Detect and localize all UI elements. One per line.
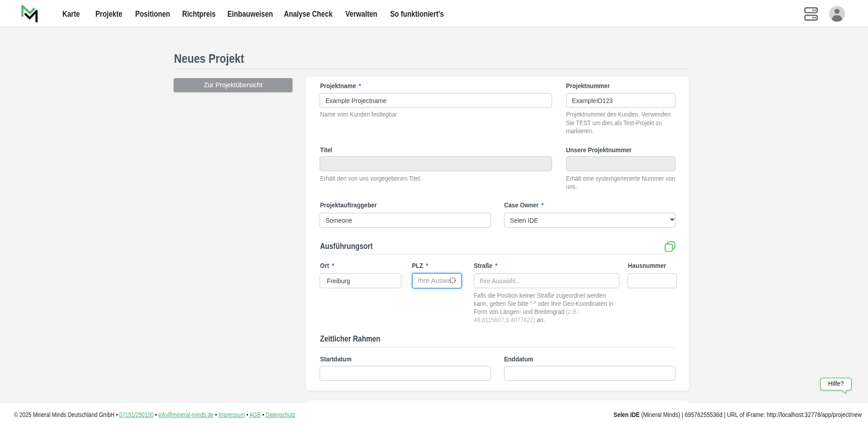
svg-text:Hilfe?: Hilfe? — [828, 379, 844, 387]
